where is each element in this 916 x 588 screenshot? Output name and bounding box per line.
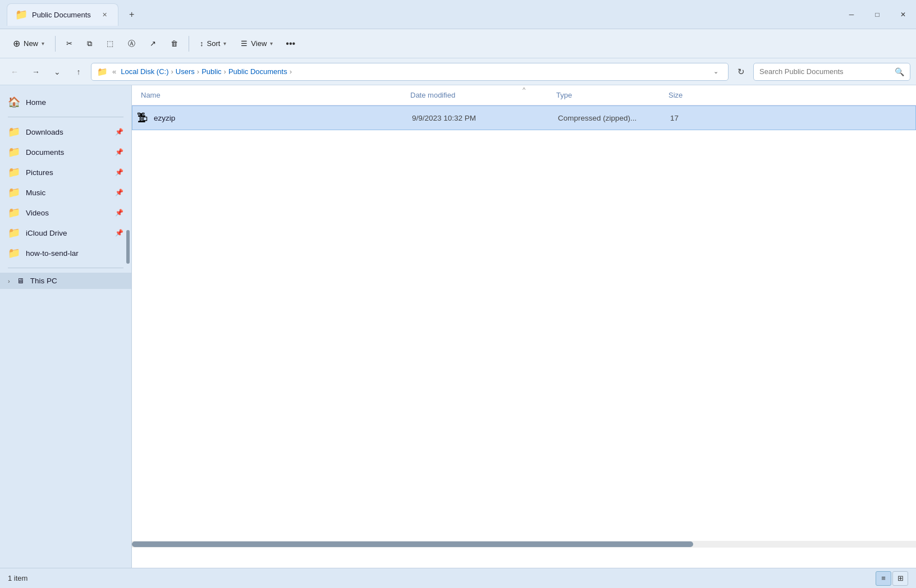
breadcrumb-localdisk[interactable]: Local Disk (C:) (121, 67, 168, 76)
icloud-folder-icon: 📁 (8, 227, 20, 239)
close-button[interactable]: ✕ (890, 0, 916, 29)
copy-icon: ⧉ (87, 39, 92, 48)
downloads-folder-icon: 📁 (8, 126, 20, 138)
more-button[interactable]: ••• (281, 35, 300, 52)
breadcrumb-chevron-4: › (290, 67, 292, 76)
sidebar-item-thispc[interactable]: › 🖥 This PC (0, 273, 131, 289)
file-area: ^ Name Date modified Type Size 🗜 ezyzip … (132, 85, 916, 568)
delete-icon: 🗑 (171, 39, 178, 48)
cut-button[interactable]: ✂ (60, 34, 79, 54)
icloud-pin-icon: 📌 (115, 229, 123, 237)
minimize-button[interactable]: ─ (839, 0, 864, 29)
tab-label: Public Documents (32, 11, 91, 19)
search-icon: 🔍 (895, 67, 904, 76)
file-type: Compressed (zipped)... (558, 114, 670, 122)
col-type-header[interactable]: Type (552, 91, 664, 99)
sort-label: Sort (207, 39, 221, 48)
toolbar-divider-2 (189, 36, 189, 52)
thispc-icon: 🖥 (17, 277, 25, 285)
view-icon: ☰ (241, 39, 248, 48)
breadcrumb-users[interactable]: Users (176, 67, 195, 76)
table-row[interactable]: 🗜 ezyzip 9/9/2023 10:32 PM Compressed (z… (132, 105, 916, 130)
collapse-button[interactable]: ^ (518, 85, 530, 94)
search-box[interactable]: 🔍 (753, 63, 910, 81)
search-input[interactable] (759, 67, 891, 76)
sidebar-item-home[interactable]: 🏠 Home (0, 92, 131, 112)
new-icon: ⊕ (13, 38, 20, 49)
sidebar-videos-label: Videos (26, 209, 49, 217)
tab-folder-icon: 📁 (15, 8, 28, 21)
rename-button[interactable]: Ⓐ (122, 34, 141, 54)
refresh-button[interactable]: ↻ (732, 63, 750, 81)
addressbar-row: ← → ⌄ ↑ 📁 « Local Disk (C:) › Users › Pu… (0, 58, 916, 85)
address-folder-icon: 📁 (97, 67, 108, 77)
horizontal-scrollbar[interactable] (132, 541, 916, 548)
delete-button[interactable]: 🗑 (164, 34, 184, 54)
breadcrumb-publicdocs[interactable]: Public Documents (228, 67, 287, 76)
breadcrumb-public[interactable]: Public (201, 67, 221, 76)
item-count: 1 item (8, 574, 28, 582)
sidebar-howtosend-label: how-to-send-lar (26, 249, 79, 258)
new-label: New (24, 39, 38, 48)
address-sep: « (112, 67, 116, 76)
window-controls: ─ □ ✕ (839, 0, 916, 29)
breadcrumb: Local Disk (C:) › Users › Public › Publi… (121, 67, 294, 76)
history-dropdown-button[interactable]: ⌄ (48, 63, 66, 81)
downloads-pin-icon: 📌 (115, 128, 123, 136)
sidebar-music-label: Music (26, 189, 45, 197)
paste-button[interactable]: ⬚ (100, 34, 120, 54)
thispc-chevron-icon: › (8, 278, 10, 284)
view-toggle-buttons: ≡ ⊞ (876, 571, 908, 586)
forward-button[interactable]: → (27, 63, 45, 81)
sidebar-item-howtosend[interactable]: 📁 how-to-send-lar (0, 243, 131, 263)
cut-icon: ✂ (66, 39, 72, 48)
maximize-button[interactable]: □ (864, 0, 890, 29)
sidebar-item-videos[interactable]: 📁 Videos 📌 (0, 203, 131, 223)
sort-icon: ↕ (200, 39, 204, 48)
sidebar-divider-2 (8, 268, 123, 268)
sidebar-thispc-label: This PC (30, 277, 57, 285)
pictures-folder-icon: 📁 (8, 166, 20, 178)
rename-icon: Ⓐ (128, 39, 135, 49)
title-bar: 📁 Public Documents ✕ + ─ □ ✕ (0, 0, 916, 29)
new-button[interactable]: ⊕ New ▾ (7, 34, 51, 54)
sidebar-item-music[interactable]: 📁 Music 📌 (0, 182, 131, 203)
share-button[interactable]: ↗ (144, 34, 162, 54)
sort-chevron-icon: ▾ (223, 40, 226, 47)
sidebar: 🏠 Home 📁 Downloads 📌 📁 Documents 📌 📁 Pic… (0, 85, 132, 568)
address-dropdown-button[interactable]: ⌄ (709, 65, 722, 79)
status-bar: 1 item ≡ ⊞ (0, 568, 916, 588)
col-size-header[interactable]: Size (664, 91, 912, 99)
view-chevron-icon: ▾ (270, 40, 273, 47)
active-tab[interactable]: 📁 Public Documents ✕ (7, 3, 118, 26)
col-name-header[interactable]: Name (136, 91, 406, 99)
sort-button[interactable]: ↕ Sort ▾ (194, 34, 232, 54)
view-button[interactable]: ☰ View ▾ (235, 34, 279, 54)
sidebar-item-pictures[interactable]: 📁 Pictures 📌 (0, 162, 131, 182)
up-button[interactable]: ↑ (70, 63, 88, 81)
copy-button[interactable]: ⧉ (81, 34, 98, 54)
sidebar-item-documents[interactable]: 📁 Documents 📌 (0, 142, 131, 162)
new-tab-button[interactable]: + (123, 6, 141, 24)
howtosend-folder-icon: 📁 (8, 247, 20, 259)
sidebar-home-label: Home (26, 98, 46, 107)
hscroll-thumb[interactable] (132, 541, 693, 547)
tiles-view-button[interactable]: ⊞ (892, 571, 908, 586)
sidebar-item-icloud[interactable]: 📁 iCloud Drive 📌 (0, 223, 131, 243)
list-view-button[interactable]: ≡ (876, 571, 891, 586)
home-icon: 🏠 (8, 96, 20, 108)
sidebar-downloads-label: Downloads (26, 128, 63, 136)
documents-folder-icon: 📁 (8, 146, 20, 158)
back-button[interactable]: ← (6, 63, 24, 81)
sidebar-icloud-label: iCloud Drive (26, 229, 67, 237)
file-zip-icon: 🗜 (137, 112, 148, 125)
file-name: ezyzip (154, 114, 412, 122)
sidebar-item-downloads[interactable]: 📁 Downloads 📌 (0, 122, 131, 142)
file-date: 9/9/2023 10:32 PM (412, 114, 558, 122)
address-bar[interactable]: 📁 « Local Disk (C:) › Users › Public › P… (91, 63, 729, 81)
new-chevron-icon: ▾ (42, 40, 44, 47)
sidebar-scrollbar[interactable] (126, 230, 130, 264)
paste-icon: ⬚ (107, 39, 113, 48)
sidebar-documents-label: Documents (26, 148, 64, 157)
tab-close-button[interactable]: ✕ (100, 10, 110, 20)
